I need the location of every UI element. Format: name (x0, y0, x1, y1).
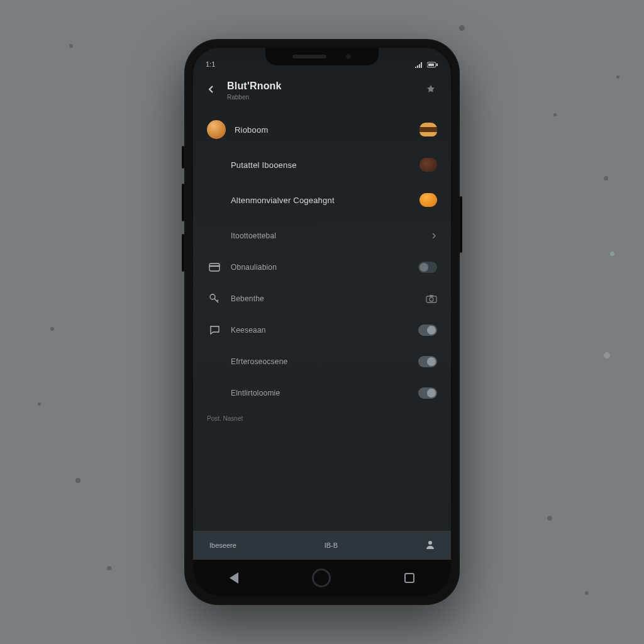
speaker-grille (292, 55, 326, 58)
svg-rect-8 (430, 295, 433, 297)
featured-list: Rioboom Putattel Ibooense Altenmonvialve… (207, 112, 437, 218)
list-item[interactable]: Obnauliabion (207, 252, 437, 283)
svg-rect-4 (209, 265, 219, 267)
list-item-label: Efrteroseocsene (231, 357, 409, 366)
nav-back-button[interactable] (230, 572, 238, 584)
section-caption: Post. Nasnet (207, 415, 437, 422)
list-item-label: Obnauliabion (231, 263, 409, 272)
page-subtitle: Rabben (227, 94, 417, 101)
spacer (207, 228, 222, 243)
tab-right[interactable] (426, 540, 435, 550)
list-item-label: Bebenthe (231, 294, 409, 303)
page-header: Blut'Rnonk Rabben (207, 74, 437, 103)
list-item[interactable]: Itoottoettebal (207, 220, 437, 252)
list-item[interactable]: Rioboom (207, 112, 437, 147)
list-item-label: Itoottoettebal (231, 231, 409, 240)
toggle[interactable] (418, 387, 437, 399)
chat-icon (207, 323, 222, 338)
tab-bar: Ibeseere IB-B (193, 531, 451, 560)
settings-list: Itoottoettebal Obnauliabion (207, 220, 437, 409)
bun-icon (419, 193, 437, 207)
spacer (207, 354, 222, 369)
phone-frame: 1:1 Blut'Rnonk Rabben (184, 39, 460, 605)
list-item-label: Rioboom (235, 125, 409, 135)
card-icon (207, 260, 222, 275)
key-icon (207, 291, 222, 306)
volume-down-button (182, 234, 184, 272)
nav-home-button[interactable] (312, 569, 331, 587)
list-item[interactable]: Putattel Ibooense (207, 147, 437, 182)
svg-rect-1 (436, 64, 438, 66)
list-item[interactable]: Keeseaan (207, 314, 437, 346)
burger-icon (419, 123, 437, 136)
toggle[interactable] (418, 356, 437, 367)
tab-mid[interactable]: IB-B (325, 541, 338, 549)
toggle[interactable] (418, 325, 437, 336)
side-button (182, 146, 184, 169)
spacer (207, 157, 222, 172)
tab-label: IB-B (325, 541, 338, 549)
spacer (207, 386, 222, 401)
svg-rect-3 (209, 264, 219, 271)
notch (265, 48, 379, 65)
signal-icon (414, 62, 423, 68)
list-item-label: Elntlirtoloomie (231, 389, 409, 397)
battery-icon (427, 62, 438, 68)
list-item[interactable]: Bebenthe (207, 283, 437, 314)
svg-rect-2 (428, 64, 434, 66)
list-item[interactable]: Elntlirtoloomie (207, 377, 437, 409)
tab-left[interactable]: Ibeseere (209, 541, 236, 549)
star-icon[interactable] (426, 84, 437, 97)
android-nav-bar (193, 560, 451, 596)
page-title: Blut'Rnonk (227, 80, 417, 92)
toggle[interactable] (418, 262, 437, 273)
tab-label: Ibeseere (209, 541, 236, 549)
spacer (207, 192, 222, 208)
status-time: 1:1 (206, 60, 215, 68)
chevron-right-icon (418, 233, 437, 239)
list-item-label: Keeseaan (231, 326, 409, 335)
svg-point-5 (210, 294, 215, 299)
avatar (207, 120, 226, 139)
svg-point-9 (428, 541, 432, 545)
nav-recent-button[interactable] (404, 573, 414, 583)
front-camera (345, 53, 352, 60)
screen: 1:1 Blut'Rnonk Rabben (193, 48, 451, 596)
power-button (460, 196, 462, 253)
list-item-label: Altenmonvialver Cogeahgnt (231, 196, 409, 205)
list-item[interactable]: Altenmonvialver Cogeahgnt (207, 182, 437, 218)
volume-up-button (182, 184, 184, 221)
list-item[interactable]: Efrteroseocsene (207, 346, 437, 377)
person-icon (426, 540, 435, 550)
back-button[interactable] (207, 85, 218, 96)
camera-icon (418, 294, 437, 303)
meat-icon (419, 158, 437, 172)
list-item-label: Putattel Ibooense (231, 160, 409, 170)
svg-point-7 (430, 297, 433, 301)
